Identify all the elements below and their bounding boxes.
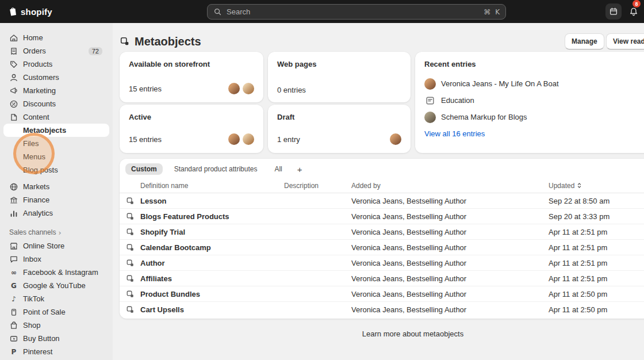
sidebar-item-shop[interactable]: Shop (3, 319, 109, 332)
sort-icon (576, 182, 582, 189)
sidebar-item-metaobjects[interactable]: Metaobjects (3, 124, 109, 137)
recent-entry[interactable]: Education (424, 92, 644, 109)
sales-channels-label: Sales channels (9, 228, 56, 236)
table-row[interactable]: Shopify Trial Veronica Jeans, Bestsellin… (120, 224, 644, 240)
shopify-logo[interactable]: shopify (8, 0, 52, 23)
sidebar-item-products[interactable]: Products (3, 58, 109, 71)
chat-bubble-icon (9, 255, 18, 264)
sidebar-item-discounts[interactable]: Discounts (3, 97, 109, 110)
sidebar-item-inbox[interactable]: Inbox (3, 252, 109, 266)
definition-name: Product Bundles (140, 290, 284, 298)
metaobject-icon (120, 305, 140, 314)
calendar-icon (609, 7, 618, 16)
card-title: Web pages (277, 60, 401, 68)
sidebar-item-menus[interactable]: Menus (3, 150, 109, 163)
sidebar-item-buy-button[interactable]: Buy Button (3, 332, 109, 345)
tiktok-icon: ♪ (9, 294, 18, 304)
sidebar-item-label: Metaobjects (23, 126, 66, 135)
table-row[interactable]: Blogs Featured Products Veronica Jeans, … (120, 209, 644, 224)
topbar: shopify ⌘ K 8 (0, 0, 644, 23)
manage-button[interactable]: Manage (565, 33, 604, 49)
search-input[interactable] (227, 7, 479, 16)
sidebar-item-label: Point of Sale (23, 308, 66, 316)
learn-more-link[interactable]: Learn more about metaobjects (362, 330, 463, 338)
metaobject-icon (120, 212, 140, 221)
sidebar-item-files[interactable]: Files (3, 137, 109, 150)
table-row[interactable]: Affiliates Veronica Jeans, Bestselling A… (120, 271, 644, 286)
sidebar-item-analytics[interactable]: Analytics (3, 206, 109, 220)
definition-name: Calendar Bootcamp (140, 243, 284, 252)
global-search[interactable]: ⌘ K (207, 4, 506, 20)
sidebar-item-point-of-sale[interactable]: Point of Sale (3, 305, 109, 319)
metaobject-icon (120, 274, 140, 283)
definition-name: Lesson (140, 197, 284, 205)
updated: Apr 11 at 2:50 pm (549, 305, 644, 314)
sidebar-item-google-youtube[interactable]: G Google & YouTube (3, 279, 109, 292)
metaobject-icon (120, 228, 140, 236)
card-draft: Draft 1 entry (268, 105, 411, 153)
sidebar-item-content[interactable]: Content (3, 110, 109, 124)
added-by: Veronica Jeans, Bestselling Author (351, 274, 549, 283)
sidebar-item-marketing[interactable]: Marketing (3, 84, 109, 97)
sidebar-item-label: Buy Button (23, 334, 60, 343)
table-row[interactable]: Author Veronica Jeans, Bestselling Autho… (120, 255, 644, 271)
added-by: Veronica Jeans, Bestselling Author (351, 228, 549, 236)
tab-all[interactable]: All (269, 163, 288, 175)
definition-name: Shopify Trial (140, 228, 284, 236)
table-row[interactable]: Lesson Veronica Jeans, Bestselling Autho… (120, 193, 644, 209)
sidebar-item-home[interactable]: Home (3, 31, 109, 44)
recent-entry[interactable]: Veronica Jeans - My Life On A Boat (424, 75, 644, 92)
page-header: Metaobjects (120, 33, 201, 49)
avatar (228, 83, 240, 94)
meta-infinity-icon: ∞ (9, 268, 18, 277)
sidebar-item-label: Orders (23, 47, 46, 55)
sidebar: Home Orders 72 Products Customers Market… (0, 23, 113, 360)
orders-count-badge: 72 (89, 47, 102, 55)
card-available-on-storefront: Available on storefront 15 entries (120, 52, 263, 102)
sidebar-item-markets[interactable]: Markets (3, 180, 109, 193)
pos-terminal-icon (9, 308, 18, 317)
entry-count: 15 entries (129, 135, 162, 144)
updated: Apr 11 at 2:51 pm (549, 259, 644, 267)
sidebar-item-online-store[interactable]: Online Store (3, 239, 109, 252)
notifications-button[interactable] (627, 5, 641, 19)
recent-entry-label: Education (441, 96, 474, 105)
storefront-icon (9, 242, 18, 251)
table-row[interactable]: Calendar Bootcamp Veronica Jeans, Bestse… (120, 240, 644, 255)
avatar (243, 133, 254, 145)
header-updated[interactable]: Updated (549, 182, 644, 190)
view-read-only-button[interactable]: View read on (606, 33, 644, 49)
add-tab-button[interactable]: + (294, 164, 306, 174)
sidebar-item-label: Shop (23, 321, 40, 330)
sidebar-item-label: Discounts (23, 99, 56, 108)
sidebar-item-label: Finance (23, 196, 49, 204)
sidebar-item-tiktok[interactable]: ♪ TikTok (3, 292, 109, 305)
sidebar-item-label: Online Store (23, 242, 64, 250)
sales-channels-header[interactable]: Sales channels › (3, 227, 109, 238)
sidebar-item-facebook-instagram[interactable]: ∞ Facebook & Instagram (3, 266, 109, 279)
view-all-entries-link[interactable]: View all 16 entries (424, 129, 485, 138)
sidebar-item-customers[interactable]: Customers (3, 71, 109, 84)
tab-standard-product-attributes[interactable]: Standard product attributes (168, 163, 263, 175)
entry-count: 1 entry (277, 135, 300, 144)
sidebar-item-finance[interactable]: Finance (3, 193, 109, 206)
metaobject-icon (120, 243, 140, 252)
tab-custom[interactable]: Custom (125, 163, 163, 175)
entry-count: 15 entries (129, 85, 162, 93)
table-row[interactable]: Product Bundles Veronica Jeans, Bestsell… (120, 286, 644, 302)
shortcut-cmd-key: ⌘ (484, 8, 490, 16)
sidebar-item-pinterest[interactable]: P Pinterest (3, 345, 109, 358)
definition-name: Affiliates (140, 274, 284, 283)
shortcut-k-key: K (495, 8, 500, 16)
calendar-button[interactable] (605, 3, 622, 20)
header-updated-label: Updated (549, 182, 574, 190)
added-by: Veronica Jeans, Bestselling Author (351, 305, 549, 314)
updated: Apr 11 at 2:51 pm (549, 274, 644, 283)
sidebar-item-orders[interactable]: Orders 72 (3, 44, 109, 58)
metaobject-icon (120, 197, 140, 205)
recent-entry[interactable]: Schema Markup for Blogs (424, 109, 644, 125)
table-row[interactable]: Cart Upsells Veronica Jeans, Bestselling… (120, 302, 644, 317)
sidebar-item-blog-posts[interactable]: Blog posts (3, 163, 109, 177)
entry-count: 0 entries (277, 86, 306, 94)
card-title: Active (129, 113, 254, 121)
